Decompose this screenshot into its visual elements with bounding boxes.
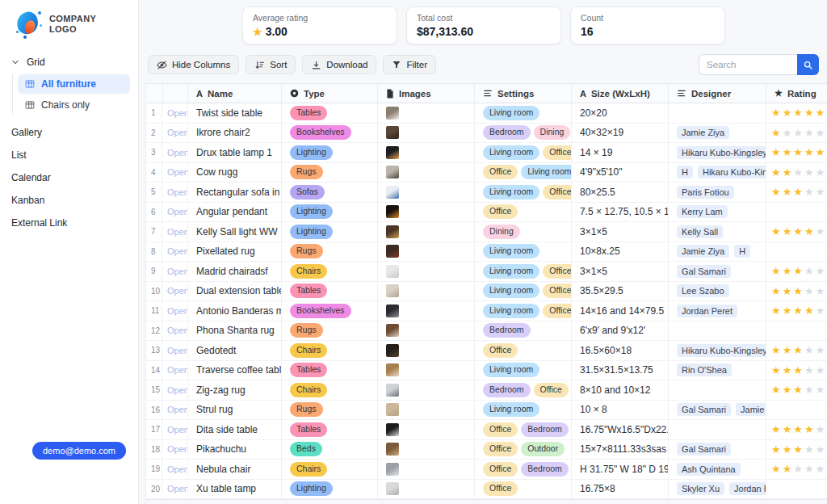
rating-cell[interactable]: ★★★★★ — [766, 262, 827, 281]
filter-button[interactable]: Filter — [383, 55, 436, 74]
type-cell[interactable]: Lighting — [282, 480, 378, 499]
size-cell[interactable]: 14×16 and 14×79.5 — [572, 301, 669, 321]
settings-cell[interactable]: Living roomOffice — [475, 183, 572, 202]
name-cell[interactable]: Drux table lamp 1 — [188, 143, 282, 162]
header-type[interactable]: Type — [282, 84, 378, 103]
size-cell[interactable]: 16.75×8 — [572, 480, 669, 499]
images-cell[interactable] — [378, 341, 475, 360]
name-cell[interactable]: Angular pendant — [188, 203, 282, 222]
settings-cell[interactable]: BedroomOffice — [475, 380, 572, 400]
images-cell[interactable] — [378, 440, 475, 460]
rating-cell[interactable] — [766, 321, 827, 341]
size-cell[interactable]: 16.5×60×18 — [572, 341, 669, 360]
rating-cell[interactable]: ★★★★★ — [766, 183, 827, 202]
type-cell[interactable]: Tables — [282, 103, 378, 123]
images-cell[interactable] — [378, 301, 475, 321]
name-cell[interactable]: Dita side table — [188, 420, 282, 439]
designer-cell[interactable]: Skyler XuJordan Peret — [669, 480, 766, 499]
open-record-link[interactable]: Open — [162, 420, 188, 439]
settings-cell[interactable]: Living room — [475, 401, 572, 420]
open-record-link[interactable]: Open — [162, 262, 188, 281]
size-cell[interactable]: 4'9"x5'10" — [572, 163, 669, 183]
sidebar-item-list[interactable]: List — [0, 144, 138, 166]
size-cell[interactable]: 6'x9' and 9'x12' — [572, 321, 669, 341]
designer-cell[interactable]: Gal Samari — [669, 440, 766, 460]
header-size[interactable]: A Size (WxLxH) — [572, 84, 669, 103]
type-cell[interactable]: Chairs — [282, 460, 378, 479]
image-thumbnail[interactable] — [386, 344, 399, 357]
open-record-link[interactable]: Open — [162, 124, 188, 143]
open-record-link[interactable]: Open — [162, 183, 188, 202]
name-cell[interactable]: Ikrore chair2 — [188, 124, 282, 143]
designer-cell[interactable]: HHikaru Kubo-Kingsley — [669, 163, 766, 183]
designer-cell[interactable]: Hikaru Kubo-Kingsley — [669, 143, 766, 162]
view-item-all-furniture[interactable]: All furniture — [18, 74, 130, 94]
designer-cell[interactable]: Gal Samari — [669, 262, 766, 281]
image-thumbnail[interactable] — [386, 146, 399, 159]
image-thumbnail[interactable] — [386, 463, 399, 476]
rating-cell[interactable]: ★★★★★ — [766, 361, 827, 380]
type-cell[interactable]: Sofas — [282, 183, 378, 202]
header-name[interactable]: A Name — [188, 84, 282, 103]
open-record-link[interactable]: Open — [162, 143, 188, 162]
settings-cell[interactable]: Bedroom — [475, 321, 572, 341]
name-cell[interactable]: Rectangular sofa in Blu... — [188, 183, 282, 202]
image-thumbnail[interactable] — [386, 423, 399, 436]
settings-cell[interactable]: OfficeBedroom — [475, 460, 572, 479]
image-thumbnail[interactable] — [386, 265, 399, 278]
rating-cell[interactable]: ★★★★★ — [766, 124, 827, 143]
settings-cell[interactable]: Living roomOffice — [475, 143, 572, 162]
size-cell[interactable]: 40×32×19 — [572, 124, 669, 143]
open-record-link[interactable]: Open — [162, 222, 188, 242]
settings-cell[interactable]: OfficeOutdoor — [475, 440, 572, 460]
settings-cell[interactable]: Living roomOffice — [475, 282, 572, 301]
open-record-link[interactable]: Open — [162, 480, 188, 499]
open-record-link[interactable]: Open — [162, 242, 188, 262]
designer-cell[interactable]: Rin O'Shea — [669, 361, 766, 380]
designer-cell[interactable]: Kerry Lam — [669, 203, 766, 222]
type-cell[interactable]: Chairs — [282, 380, 378, 400]
open-record-link[interactable]: Open — [162, 321, 188, 341]
open-record-link[interactable]: Open — [162, 460, 188, 479]
settings-cell[interactable]: Living room — [475, 361, 572, 380]
name-cell[interactable]: Madrid chairadsf — [188, 262, 282, 281]
sidebar-item-kanban[interactable]: Kanban — [0, 189, 138, 212]
designer-cell[interactable]: Ash Quintana — [669, 460, 766, 479]
image-thumbnail[interactable] — [386, 205, 399, 218]
type-cell[interactable]: Tables — [282, 420, 378, 439]
name-cell[interactable]: Pixellated rug — [188, 242, 282, 262]
designer-cell[interactable]: Paris Fotiou — [669, 183, 766, 202]
name-cell[interactable]: Dual extension table — [188, 282, 282, 301]
settings-cell[interactable]: Living roomOffice — [475, 262, 572, 281]
image-thumbnail[interactable] — [386, 482, 399, 495]
type-cell[interactable]: Tables — [282, 282, 378, 301]
images-cell[interactable] — [378, 124, 475, 143]
size-cell[interactable]: 16.75"Wx16.5"Dx22.75"H — [572, 420, 669, 439]
search-input[interactable] — [699, 54, 797, 75]
size-cell[interactable]: 80×25.5 — [572, 183, 669, 202]
images-cell[interactable] — [378, 361, 475, 380]
size-cell[interactable]: H 31.75" W 18" D 19.75" ... — [572, 460, 669, 479]
name-cell[interactable]: Xu table tamp — [188, 480, 282, 499]
designer-cell[interactable] — [669, 380, 766, 400]
designer-cell[interactable]: Jordan Peret — [669, 301, 766, 321]
rating-cell[interactable] — [766, 242, 827, 262]
open-record-link[interactable]: Open — [162, 401, 188, 420]
settings-cell[interactable]: BedroomDining — [475, 124, 572, 143]
designer-cell[interactable]: Lee Szabo — [669, 282, 766, 301]
name-cell[interactable]: Nebula chair — [188, 460, 282, 479]
name-cell[interactable]: Zig-zag rug — [188, 380, 282, 400]
images-cell[interactable] — [378, 420, 475, 439]
open-record-link[interactable]: Open — [162, 301, 188, 321]
type-cell[interactable]: Lighting — [282, 203, 378, 222]
size-cell[interactable]: 20×20 — [572, 103, 669, 123]
rating-cell[interactable] — [766, 401, 827, 420]
image-thumbnail[interactable] — [386, 443, 399, 456]
sidebar-item-calendar[interactable]: Calendar — [0, 166, 138, 189]
designer-cell[interactable]: Jamie ZiyaH — [669, 242, 766, 262]
size-cell[interactable]: 10 × 8 — [572, 401, 669, 420]
rating-cell[interactable] — [766, 480, 827, 499]
images-cell[interactable] — [378, 183, 475, 202]
sidebar-item-external-link[interactable]: External Link — [0, 212, 138, 234]
designer-cell[interactable]: Jamie Ziya — [669, 124, 766, 143]
